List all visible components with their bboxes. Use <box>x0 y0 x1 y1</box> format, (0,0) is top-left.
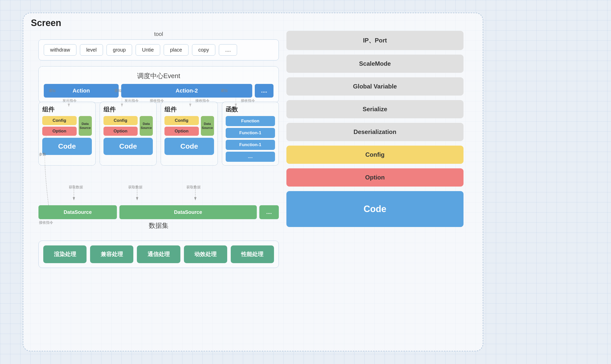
datasource-btn-1[interactable]: DataSource <box>38 205 117 219</box>
component-title-3: 组件 <box>164 105 214 113</box>
datasource-chip-1: Data Source <box>79 116 92 136</box>
datasource-btn-2[interactable]: DataSource <box>119 205 257 219</box>
component-box-3: 组件 Config Option Data Source Code <box>161 102 218 166</box>
datasource-dots-btn[interactable]: .... <box>259 205 279 219</box>
notify-label-2: 通知 <box>114 88 121 93</box>
datasource-section: DataSource DataSource .... 数据集 <box>38 205 279 230</box>
code-chip-1[interactable]: Code <box>42 138 92 155</box>
tool-group-btn[interactable]: group <box>107 44 132 56</box>
action-dots-btn[interactable]: .... <box>255 84 273 98</box>
tool-place-btn[interactable]: place <box>164 44 188 56</box>
component-title-2: 组件 <box>103 105 153 113</box>
function-item-0[interactable]: Function <box>226 116 275 126</box>
function-item-1[interactable]: Function-1 <box>226 128 275 138</box>
tool-copy-btn[interactable]: copy <box>192 44 215 56</box>
tool-bar: withdraw level group Untie place copy ..… <box>38 39 279 60</box>
config-chip-3[interactable]: Config <box>164 116 199 125</box>
get-data-2: 获取数据 <box>128 185 142 190</box>
comp-left-1: Config Option <box>42 116 77 136</box>
notify-label-3: 通知 <box>221 88 228 93</box>
component-box-1: 组件 Config Option Data Source Code <box>38 102 96 166</box>
params-label: 参数 <box>39 152 46 157</box>
config-chip-2[interactable]: Config <box>103 116 138 125</box>
code-chip-2[interactable]: Code <box>103 138 153 155</box>
comp-inner-3: Config Option Data Source <box>164 116 214 136</box>
tool-more-btn[interactable]: .... <box>219 44 237 56</box>
get-data-3: 获取数据 <box>186 185 201 190</box>
comp-inner-2: Config Option Data Source <box>103 116 153 136</box>
components-area: 组件 Config Option Data Source Code 组件 Con… <box>38 102 279 166</box>
get-data-1: 获取数据 <box>69 185 83 190</box>
component-title-1: 组件 <box>42 105 92 113</box>
screen-container: Screen tool withdraw level group Untie p… <box>23 13 483 351</box>
comp-left-3: Config Option <box>164 116 199 136</box>
dataset-label: 数据集 <box>38 221 279 230</box>
action-row: Action Action-2 .... <box>44 84 273 98</box>
sidebar-serialize[interactable]: Serialize <box>286 100 463 118</box>
sidebar-ip-port[interactable]: IP、Port <box>286 31 463 50</box>
function-title: 函数 <box>226 105 275 113</box>
screen-title: Screen <box>31 18 61 28</box>
sidebar-code[interactable]: Code <box>286 191 463 227</box>
option-chip-1[interactable]: Option <box>42 127 77 136</box>
comp-left-2: Config Option <box>103 116 138 136</box>
comm-process-btn[interactable]: 通信处理 <box>137 245 180 263</box>
tool-withdraw-btn[interactable]: withdraw <box>44 44 76 56</box>
notify-label-1: 通知 <box>49 88 56 93</box>
config-chip-1[interactable]: Config <box>42 116 77 125</box>
perf-process-btn[interactable]: 性能处理 <box>231 245 274 263</box>
tool-label: tool <box>38 31 279 37</box>
option-chip-2[interactable]: Option <box>103 127 138 136</box>
function-item-2[interactable]: Function-1 <box>226 140 275 150</box>
sidebar-deserialization[interactable]: Deserialization <box>286 123 463 141</box>
sidebar-scalemode[interactable]: ScaleMode <box>286 55 463 73</box>
event-section: 调度中心Event Action Action-2 .... <box>38 66 279 103</box>
code-chip-3[interactable]: Code <box>164 138 214 155</box>
datasource-chip-2: Data Source <box>140 116 153 136</box>
tool-level-btn[interactable]: level <box>80 44 103 56</box>
function-dots[interactable]: .... <box>226 152 275 162</box>
sidebar-global-variable[interactable]: Global Variable <box>286 77 463 96</box>
tool-section: tool withdraw level group Untie place co… <box>38 31 279 60</box>
processing-section: 渲染处理 兼容处理 通信处理 动效处理 性能处理 <box>38 241 279 268</box>
event-label: 调度中心Event <box>44 72 273 80</box>
datasource-row: DataSource DataSource .... <box>38 205 279 219</box>
function-box: 函数 Function Function-1 Function-1 .... <box>222 102 279 166</box>
right-sidebar: IP、Port ScaleMode Global Variable Serial… <box>286 31 463 227</box>
option-chip-3[interactable]: Option <box>164 127 199 136</box>
comp-inner-1: Config Option Data Source <box>42 116 92 136</box>
datasource-chip-3: Data Source <box>201 116 214 136</box>
compat-process-btn[interactable]: 兼容处理 <box>90 245 133 263</box>
tool-untie-btn[interactable]: Untie <box>136 44 160 56</box>
action2-btn[interactable]: Action-2 <box>121 84 252 98</box>
component-box-2: 组件 Config Option Data Source Code <box>100 102 157 166</box>
sidebar-option[interactable]: Option <box>286 168 463 187</box>
render-process-btn[interactable]: 渲染处理 <box>43 245 87 263</box>
sidebar-config[interactable]: Config <box>286 146 463 164</box>
anim-process-btn[interactable]: 动效处理 <box>184 245 227 263</box>
